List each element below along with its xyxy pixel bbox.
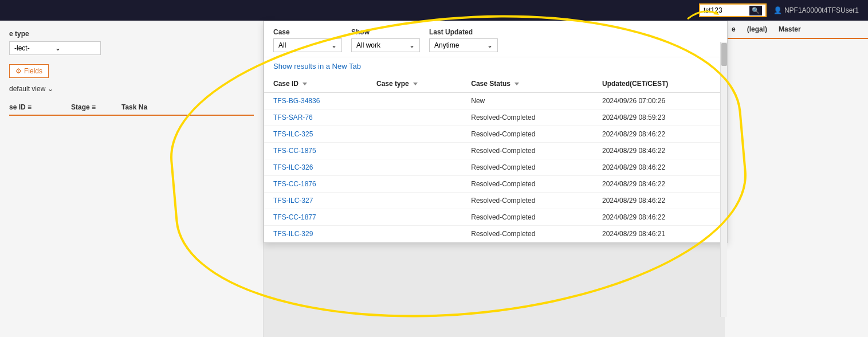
last-updated-chevron-icon: ⌄ xyxy=(487,41,493,49)
filter-icon-stage[interactable]: ≡ xyxy=(92,103,96,111)
case-type-cell xyxy=(367,143,462,159)
user-info: 👤 NPF1A0000t4TFSUser1 xyxy=(773,6,859,14)
table-row: TFS-ILC-329Resolved-Completed2024/08/29 … xyxy=(264,226,727,242)
case-id-link[interactable]: TFS-ILC-326 xyxy=(273,163,313,171)
case-status-cell: Resolved-Completed xyxy=(462,209,593,226)
updated-cell: 2024/08/29 08:46:22 xyxy=(593,209,727,226)
table-row: TFS-CC-1877Resolved-Completed2024/08/29 … xyxy=(264,209,727,226)
left-panel: e type -lect- ⌄ ⚙ Fields default view ⌄ … xyxy=(0,21,264,337)
right-col-e: e xyxy=(732,25,736,33)
show-chevron-icon: ⌄ xyxy=(409,41,415,49)
case-type-cell xyxy=(367,226,462,242)
show-filter-label: Show xyxy=(351,28,420,36)
case-id-link[interactable]: TFS-SAR-76 xyxy=(273,113,313,122)
col-header-case-id[interactable]: Case ID xyxy=(264,75,367,93)
case-status-cell: Resolved-Completed xyxy=(462,193,593,209)
view-label: default view xyxy=(9,85,45,93)
table-row: TFS-CC-1876Resolved-Completed2024/08/29 … xyxy=(264,176,727,193)
case-id-link[interactable]: TFS-BG-34836 xyxy=(273,97,320,105)
dropdown-filters: Case All ⌄ Show All work ⌄ Last Updated … xyxy=(264,21,727,57)
case-status-cell: Resolved-Completed xyxy=(462,126,593,143)
right-col-legal: (legal) xyxy=(747,25,767,33)
last-updated-label: Last Updated xyxy=(429,28,498,36)
fields-label: Fields xyxy=(24,67,42,75)
right-panel: e (legal) Master xyxy=(725,21,868,337)
table-row: TFS-ILC-327Resolved-Completed2024/08/29 … xyxy=(264,193,727,209)
case-status-cell: Resolved-Completed xyxy=(462,176,593,193)
case-id-link[interactable]: TFS-ILC-329 xyxy=(273,230,313,238)
case-type-select[interactable]: -lect- ⌄ xyxy=(9,41,101,55)
case-status-cell: Resolved-Completed xyxy=(462,143,593,159)
updated-cell: 2024/08/29 08:59:23 xyxy=(593,109,727,126)
search-dropdown: Case All ⌄ Show All work ⌄ Last Updated … xyxy=(264,21,728,243)
last-updated-value: Anytime xyxy=(434,41,485,49)
updated-cell: 2024/09/26 07:00:26 xyxy=(593,93,727,109)
updated-cell: 2024/08/29 08:46:22 xyxy=(593,159,727,176)
case-filter-group: Case All ⌄ xyxy=(273,28,342,52)
col-task-label: Task Na xyxy=(121,103,167,111)
search-button[interactable]: 🔍 xyxy=(749,6,762,15)
updated-cell: 2024/08/29 08:46:22 xyxy=(593,176,727,193)
scroll-thumb[interactable] xyxy=(721,43,727,66)
case-id-link[interactable]: TFS-CC-1876 xyxy=(273,180,316,188)
fields-button[interactable]: ⚙ Fields xyxy=(9,64,49,78)
field-type-label: e type xyxy=(9,30,254,38)
table-row: TFS-ILC-325Resolved-Completed2024/08/29 … xyxy=(264,126,727,143)
username-label: NPF1A0000t4TFSUser1 xyxy=(784,6,859,14)
results-tbody: TFS-BG-34836New2024/09/26 07:00:26TFS-SA… xyxy=(264,93,727,242)
table-row: TFS-CC-1875Resolved-Completed2024/08/29 … xyxy=(264,143,727,159)
updated-cell: 2024/08/29 08:46:22 xyxy=(593,193,727,209)
case-status-cell: New xyxy=(462,93,593,109)
case-chevron-icon: ⌄ xyxy=(331,41,337,49)
case-id-link[interactable]: TFS-ILC-325 xyxy=(273,130,313,138)
table-row: TFS-SAR-76Resolved-Completed2024/08/29 0… xyxy=(264,109,727,126)
updated-cell: 2024/08/29 08:46:22 xyxy=(593,143,727,159)
right-col-master: Master xyxy=(779,25,801,33)
scroll-track[interactable] xyxy=(720,42,727,317)
case-id-link[interactable]: TFS-CC-1875 xyxy=(273,147,316,155)
last-updated-select[interactable]: Anytime ⌄ xyxy=(429,38,498,52)
table-row: TFS-BG-34836New2024/09/26 07:00:26 xyxy=(264,93,727,109)
case-status-cell: Resolved-Completed xyxy=(462,159,593,176)
case-type-cell xyxy=(367,109,462,126)
case-filter-label: Case xyxy=(273,28,342,36)
sort-icon-case-id xyxy=(303,83,307,85)
col-header-case-status[interactable]: Case Status xyxy=(462,75,593,93)
case-filter-value: All xyxy=(278,41,329,49)
case-filter-select[interactable]: All ⌄ xyxy=(273,38,342,52)
user-icon: 👤 xyxy=(773,6,782,14)
dropdown-chevron-icon: ⌄ xyxy=(55,44,96,52)
case-type-cell xyxy=(367,209,462,226)
search-box[interactable]: 🔍 xyxy=(699,3,767,17)
search-input[interactable] xyxy=(704,6,749,14)
case-type-cell xyxy=(367,126,462,143)
show-filter-select[interactable]: All work ⌄ xyxy=(351,38,420,52)
sort-icon-case-type xyxy=(413,83,418,85)
case-type-cell xyxy=(367,193,462,209)
case-type-cell xyxy=(367,176,462,193)
fields-icon: ⚙ xyxy=(15,67,22,75)
top-header: 🔍 👤 NPF1A0000t4TFSUser1 xyxy=(0,0,868,21)
show-new-tab-link[interactable]: Show results in a New Tab xyxy=(264,57,727,75)
search-icon: 🔍 xyxy=(752,7,760,14)
right-table-header: e (legal) Master xyxy=(725,21,868,39)
col-header-case-type[interactable]: Case type xyxy=(367,75,462,93)
results-table-header: Case ID Case type Case Status Updated(CE… xyxy=(264,75,727,93)
updated-cell: 2024/08/29 08:46:22 xyxy=(593,126,727,143)
case-status-cell: Resolved-Completed xyxy=(462,109,593,126)
case-type-value: -lect- xyxy=(14,44,55,52)
col-stage-label: Stage ≡ xyxy=(71,103,117,111)
updated-cell: 2024/08/29 08:46:21 xyxy=(593,226,727,242)
view-chevron-icon: ⌄ xyxy=(48,85,53,93)
case-type-cell xyxy=(367,159,462,176)
left-table-header: se ID ≡ Stage ≡ Task Na xyxy=(9,100,254,116)
case-type-cell xyxy=(367,93,462,109)
case-id-link[interactable]: TFS-ILC-327 xyxy=(273,197,313,205)
view-selector[interactable]: default view ⌄ xyxy=(9,85,254,93)
filter-icon-case[interactable]: ≡ xyxy=(28,103,32,111)
case-status-cell: Resolved-Completed xyxy=(462,226,593,242)
col-header-updated[interactable]: Updated(CET/CEST) xyxy=(593,75,727,93)
sort-icon-case-status xyxy=(514,83,519,85)
case-id-link[interactable]: TFS-CC-1877 xyxy=(273,213,316,221)
show-filter-value: All work xyxy=(356,41,407,49)
